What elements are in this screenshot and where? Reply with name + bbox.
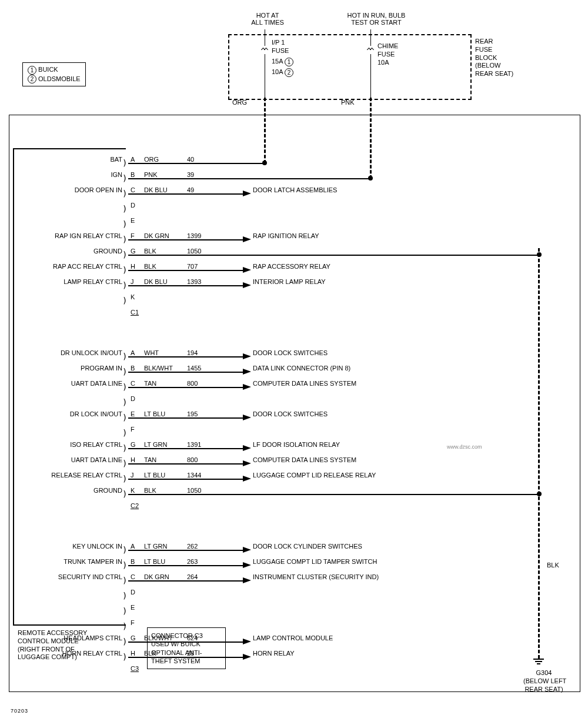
pin-letter: G [131, 248, 136, 255]
bracket-icon: ) [122, 219, 127, 229]
pin-row: )PROGRAM INBBLK/WHT1455DATA LINK CONNECT… [0, 365, 588, 375]
bracket-icon: ) [122, 173, 127, 183]
wire-line [128, 463, 244, 465]
bracket-icon: ) [122, 443, 127, 453]
arrow-icon [243, 639, 251, 644]
pin-row: )HORN RELAY CTRLHBLK28HORN RELAY [0, 650, 588, 660]
bracket-icon: ) [122, 158, 127, 168]
watermark: www.dzsc.com [447, 444, 482, 450]
circuit-number: 1455 [187, 365, 201, 372]
pin-row: )D [0, 589, 588, 599]
pin-row: )D [0, 202, 588, 212]
destination-label: HORN RELAY [253, 650, 295, 657]
destination-label: LUGGAGE COMPT LID TAMPER SWITCH [253, 558, 377, 565]
pin-function: GROUND [93, 248, 122, 255]
pin-letter: J [131, 472, 134, 479]
destination-label: LUGGAGE COMPT LID RELEASE RELAY [253, 472, 376, 479]
pin-row: )UART DATA LINEHTAN800COMPUTER DATA LINE… [0, 456, 588, 467]
arrow-icon [243, 369, 251, 375]
circuit-number: 800 [187, 380, 198, 387]
arrow-icon [243, 460, 251, 466]
ground-name: G304(BELOW LEFTREAR SEAT) [523, 669, 564, 693]
circuit-number: 195 [187, 410, 198, 417]
fuse1-amp2: 10A 2 [272, 68, 293, 77]
wire-color: LT BLU [144, 472, 165, 479]
wire-color: DK BLU [144, 278, 168, 285]
pin-letter: A [131, 156, 135, 163]
destination-label: RAP IGNITION RELAY [253, 232, 319, 239]
arrow-icon [243, 353, 251, 359]
bracket-icon: ) [122, 235, 127, 244]
connector-label: C3 [131, 665, 139, 672]
wire-line [128, 550, 244, 551]
destination-label: DOOR LATCH ASSEMBLIES [253, 186, 337, 193]
destination-label: DOOR LOCK SWITCHES [253, 410, 328, 417]
pin-row: )DR UNLOCK IN/OUTAWHT194DOOR LOCK SWITCH… [0, 349, 588, 360]
wire-line [128, 356, 244, 357]
bracket-icon: ) [122, 382, 127, 392]
wire-line [128, 255, 539, 256]
pin-function: RAP ACC RELAY CTRL [53, 263, 122, 270]
wire-color: LT GRN [144, 441, 167, 448]
pin-letter: B [131, 558, 135, 565]
wire-line [128, 565, 244, 566]
bracket-icon: ) [122, 204, 127, 213]
legend-box: 1 BUICK 2 OLDSMOBILE [22, 62, 86, 86]
bracket-icon: ) [122, 296, 127, 305]
pin-letter: K [131, 293, 135, 300]
arrow-icon [243, 384, 251, 390]
pin-row: )HEADLAMPS CTRLGBLK/WHT624LAMP CONTROL M… [0, 634, 588, 645]
wire-color: PNK [144, 171, 158, 178]
bracket-icon: ) [122, 413, 127, 422]
pin-row: )KEY UNLOCK INALT GRN262DOOR LOCK CYLIND… [0, 543, 588, 553]
pin-function: RAP IGN RELAY CTRL [55, 232, 122, 239]
pin-letter: D [131, 202, 135, 209]
pin-row: )GROUNDGBLK1050 [0, 248, 588, 258]
arrow-icon [243, 191, 251, 196]
circuit-number: 39 [187, 171, 194, 178]
pin-function: DR UNLOCK IN/OUT [61, 349, 122, 356]
pin-letter: B [131, 171, 135, 178]
pin-letter: E [131, 217, 135, 224]
fuse-block-side: REARFUSEBLOCK(BELOWREAR SEAT) [475, 38, 513, 78]
bracket-icon: ) [122, 250, 127, 259]
pin-letter: B [131, 365, 135, 372]
pin-row: )LAMP RELAY CTRLJDK BLU1393INTERIOR LAMP… [0, 278, 588, 289]
wire-color: DK BLU [144, 186, 168, 193]
fuse-icon [260, 48, 269, 53]
circuit-number: 800 [187, 456, 198, 463]
destination-label: LF DOOR ISOLATION RELAY [253, 441, 340, 448]
arrow-icon [243, 654, 251, 660]
pin-row: )ISO RELAY CTRLGLT GRN1391LF DOOR ISOLAT… [0, 441, 588, 452]
circuit-number: 1050 [187, 248, 201, 255]
bracket-icon: ) [122, 474, 127, 483]
wire-color: DK GRN [144, 573, 169, 580]
arrow-icon [243, 562, 251, 568]
bracket-icon: ) [122, 606, 127, 616]
bracket-icon: ) [122, 459, 127, 468]
fuse-wire1: ORG [232, 99, 247, 106]
pin-row: )RAP IGN RELAY CTRLFDK GRN1399RAP IGNITI… [0, 232, 588, 243]
pin-function: IGN [111, 171, 122, 178]
destination-label: RAP ACCESSORY RELAY [253, 263, 330, 270]
connector-label: C1 [131, 309, 139, 316]
pin-row: )F [0, 426, 588, 436]
destination-label: DOOR LOCK CYLINDER SWITCHES [253, 543, 362, 550]
pin-row: )E [0, 604, 588, 614]
pin-function: ISO RELAY CTRL [70, 441, 122, 448]
pin-letter: H [131, 263, 135, 270]
wire-line [128, 479, 244, 480]
diagram-id: 70203 [11, 708, 28, 714]
pin-function: DOOR OPEN IN [75, 186, 122, 193]
fuse1-amp1: 15A 1 [272, 58, 293, 66]
wire-line [128, 494, 539, 495]
pin-letter: A [131, 349, 135, 356]
wire-color: TAN [144, 380, 156, 387]
pin-letter: D [131, 395, 135, 402]
pin-row: )BATAORG40 [0, 156, 588, 166]
arrow-icon [243, 476, 251, 482]
pin-function: RELEASE RELAY CTRL [51, 472, 122, 479]
circuit-number: 1393 [187, 278, 201, 285]
bracket-icon: ) [122, 489, 127, 499]
arrow-icon [243, 445, 251, 451]
